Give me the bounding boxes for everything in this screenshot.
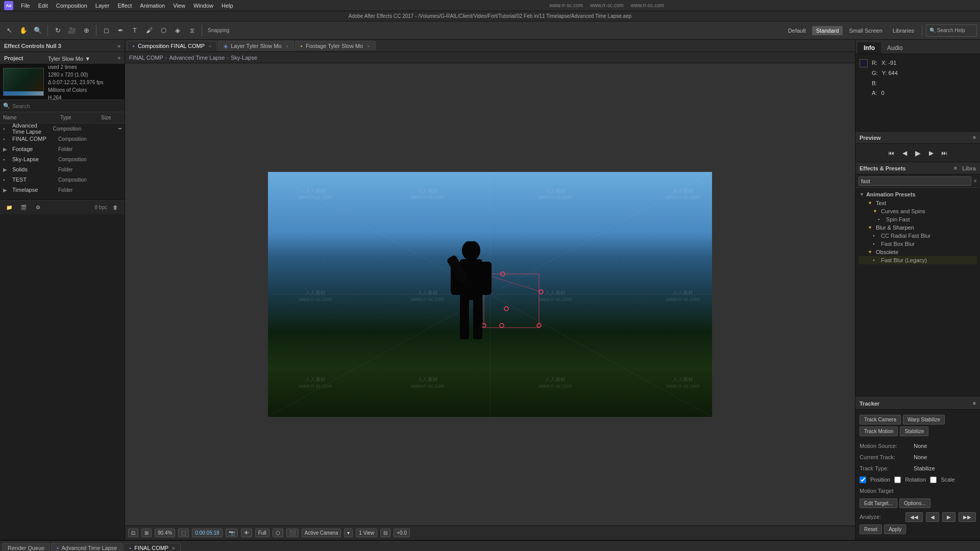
tool-puppet[interactable]: ⧖ [186,24,198,37]
breadcrumb-final[interactable]: FINAL COMP [129,55,163,61]
fx-item-spinfast[interactable]: ▪ Spin Fast [859,215,977,223]
render-queue-tab[interactable]: Render Queue [2,543,50,552]
tool-brush[interactable]: 🖌 [143,24,155,37]
menu-view[interactable]: View [169,2,189,10]
breadcrumb-skylapse[interactable]: Sky-Lapse [231,55,257,61]
analyze-back-btn[interactable]: ◀ [926,512,939,522]
comp-tab-footage[interactable]: ▪ Footage Tyler Slow Mo × [295,41,376,51]
options-btn[interactable]: Options... [899,498,930,508]
thumb-name[interactable]: Tyler Slow Mo ▼ [48,55,115,63]
preview-play-btn[interactable]: ▶ [913,148,923,158]
project-panel-close[interactable]: » [117,55,120,61]
tool-eraser[interactable]: ◈ [172,24,184,37]
tool-stamp[interactable]: ⬡ [157,24,169,37]
view-layout-btn[interactable]: ⊟ [380,529,390,537]
camera-select[interactable]: Active Camera [302,529,341,537]
list-item[interactable]: ▶ Solids Folder [0,164,125,174]
zoom-control[interactable]: 90.4% [155,529,175,537]
comp-tab2-close[interactable]: × [286,44,288,49]
analyze-prev-btn[interactable]: ◀◀ [905,512,923,522]
preview-last-btn[interactable]: ⏭ [939,148,949,158]
edit-target-btn[interactable]: Edit Target... [860,498,897,508]
breadcrumb-atl[interactable]: Advanced Time Lapse [169,55,225,61]
fx-item-blur[interactable]: ▼ Blur & Sharpen [859,223,977,232]
menu-help[interactable]: Help [218,2,237,10]
preview-settings[interactable]: ≡ [973,135,976,140]
list-item[interactable]: ▶ Timelapse Folder [0,185,125,195]
menu-animation[interactable]: Animation [136,2,168,10]
canvas-snap-btn[interactable]: ⊡ [128,529,138,537]
workspace-default[interactable]: Default [784,26,810,35]
menu-effect[interactable]: Effect [114,2,135,10]
menu-layer[interactable]: Layer [92,2,113,10]
search-help-btn[interactable]: 🔍 Search Help [926,24,977,37]
tool-mask[interactable]: ◻ [100,24,112,37]
new-folder-btn[interactable]: 📁 [3,202,15,214]
position-checkbox[interactable] [860,477,866,483]
tool-cam[interactable]: 🎥 [66,24,78,37]
tab-audio[interactable]: Audio [881,42,909,54]
stabilize-btn[interactable]: Stabilize [900,427,928,436]
comp-tab3-close[interactable]: × [367,44,370,49]
show-snapshot-btn[interactable]: 👁 [241,529,252,537]
track-camera-btn[interactable]: Track Camera [860,415,901,424]
preview-prev-btn[interactable]: ◀ [899,148,910,158]
exposure-btn[interactable]: +0.0 [394,529,410,537]
tool-pen[interactable]: ✒ [114,24,127,37]
list-item[interactable]: ▪ TEST Composition [0,174,125,185]
fx-item-fastbox[interactable]: ▪ Fast Box Blur [859,240,977,248]
canvas-area[interactable]: 人人素材www.rr-sc.com 人人素材www.rr-sc.com 人人素材… [125,63,855,525]
project-search-input[interactable] [12,103,121,109]
preview-next-btn[interactable]: ▶ [926,148,936,158]
snapshot-btn[interactable]: 📷 [226,529,238,537]
fast-preview-btn[interactable]: ⬡ [273,529,283,537]
apply-btn[interactable]: Apply [884,524,906,534]
timeline-tab-final[interactable]: ▪ FINAL COMP ≡ [124,543,181,552]
comp-tab-layer[interactable]: ◈ Layer Tyler Slow Mo × [218,41,294,51]
timeline-tab-atl[interactable]: ▪ Advanced Time Lapse [51,543,122,552]
comp-tab-close[interactable]: × [209,44,211,49]
fx-item-ccblur[interactable]: ▪ CC Radial Fast Blur [859,232,977,240]
workspace-small[interactable]: Small Screen [845,26,886,35]
fx-section-header-animation[interactable]: ▼ Animation Presets [859,190,977,199]
tool-hand[interactable]: ✋ [17,24,30,37]
tool-text[interactable]: T [129,24,141,37]
analyze-fwd-btn[interactable]: ▶ [942,512,955,522]
trash-btn[interactable]: 🗑 [109,202,121,214]
resolution-select[interactable]: Full [255,529,270,537]
fx-item-curves[interactable]: ▼ Curves and Spins [859,207,977,215]
fx-item-fastblur[interactable]: ▪ Fast Blur (Legacy) [859,256,977,264]
menu-edit[interactable]: Edit [35,2,52,10]
tracker-settings[interactable]: ≡ [973,400,976,406]
fx-item-obsolete[interactable]: ▼ Obsolete [859,248,977,256]
menu-window[interactable]: Window [190,2,217,10]
fx-item-text[interactable]: ▼ Text [859,199,977,207]
workspace-libraries[interactable]: Libraries [889,26,918,35]
analyze-end-btn[interactable]: ▶▶ [959,512,976,522]
scale-checkbox[interactable] [930,477,937,483]
comp-tab-final[interactable]: ▪ Composition FINAL COMP × [127,41,217,51]
rotation-checkbox[interactable] [894,477,901,483]
tool-zoom[interactable]: 🔍 [32,24,44,37]
list-item[interactable]: ▪ Sky-Lapse Composition [0,154,125,164]
list-item[interactable]: ▪ FINAL COMP Composition [0,134,125,144]
canvas-grid-btn[interactable]: ⊞ [141,529,152,537]
reset-btn[interactable]: Reset [860,524,882,534]
tab-info[interactable]: Info [857,42,881,54]
effects-search-clear[interactable]: × [973,178,977,185]
timecode-display[interactable]: 0:00:05:18 [192,529,222,537]
tool-pan[interactable]: ⊕ [80,24,92,37]
transparency-btn[interactable]: ⬛ [286,529,299,537]
effects-search-input[interactable] [859,177,971,186]
effects-settings[interactable]: ≡ [954,165,957,171]
tool-arrow[interactable]: ↖ [3,24,15,37]
view-select[interactable]: 1 View [356,529,377,537]
effect-controls-close[interactable]: » [117,43,120,49]
menu-composition[interactable]: Composition [53,2,91,10]
list-item[interactable]: ▶ Footage Folder [0,144,125,154]
menu-file[interactable]: File [17,2,34,10]
settings-btn[interactable]: ⚙ [32,202,44,214]
tool-rotate[interactable]: ↻ [52,24,64,37]
effects-tab-libra[interactable]: Libra [962,165,976,171]
track-motion-btn[interactable]: Track Motion [860,427,898,436]
